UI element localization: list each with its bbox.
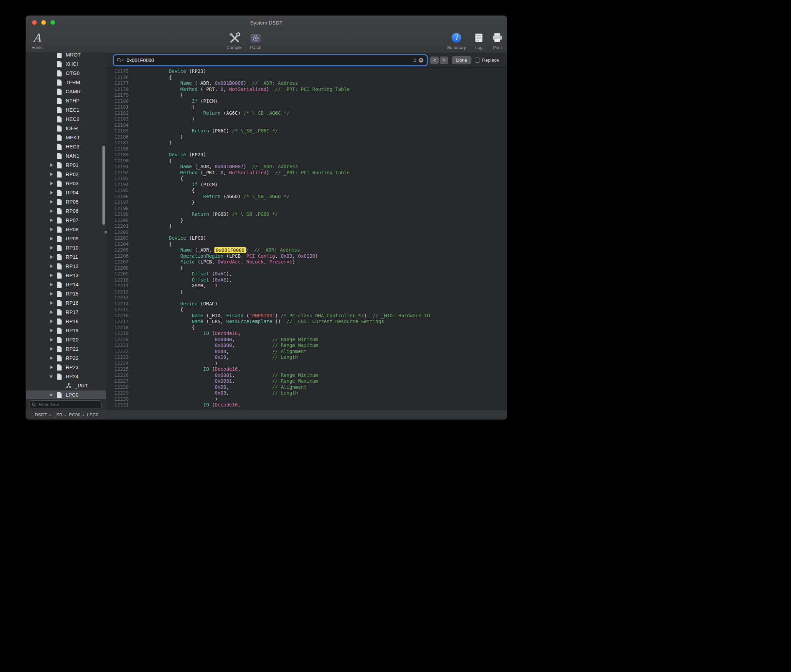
- line-number: 12213: [106, 295, 129, 301]
- chevron-right-icon[interactable]: [50, 283, 53, 286]
- tree-item-HEC2[interactable]: HEC2: [26, 115, 106, 124]
- tree-item-IDER[interactable]: IDER: [26, 124, 106, 133]
- clear-search-icon[interactable]: [418, 58, 424, 63]
- tree-item-label: RP11: [66, 254, 78, 260]
- chevron-down-icon[interactable]: [50, 394, 53, 397]
- tree-item-RP14[interactable]: RP14: [26, 280, 106, 290]
- line-number: 12186: [106, 134, 129, 140]
- tree-item-RP08[interactable]: RP08: [26, 225, 106, 234]
- tree-item-RP17[interactable]: RP17: [26, 308, 106, 317]
- tree-item-RP19[interactable]: RP19: [26, 326, 106, 335]
- tree-item-RP16[interactable]: RP16: [26, 299, 106, 308]
- search-scope-icon[interactable]: [117, 58, 124, 62]
- chevron-right-icon[interactable]: [50, 264, 53, 268]
- tree-item-RP20[interactable]: RP20: [26, 335, 106, 344]
- chevron-right-icon[interactable]: [50, 292, 53, 296]
- chevron-right-icon[interactable]: [50, 200, 53, 203]
- close-button[interactable]: [32, 20, 37, 25]
- print-button[interactable]: Print: [489, 31, 505, 50]
- find-next-button[interactable]: >: [440, 56, 448, 64]
- chevron-right-icon[interactable]: [50, 219, 53, 222]
- chevron-right-icon[interactable]: [50, 274, 53, 277]
- done-button[interactable]: Done: [452, 56, 471, 64]
- tree-item-RP01[interactable]: RP01: [26, 161, 106, 170]
- chevron-right-icon[interactable]: [50, 163, 53, 167]
- tree-item-NAN1[interactable]: NAN1: [26, 152, 106, 161]
- code-line: 12182 Return (AG6C) /* \_SB_.AG6C */: [106, 110, 507, 117]
- chevron-right-icon[interactable]: [50, 357, 53, 360]
- tree-item-RP11[interactable]: RP11: [26, 253, 106, 262]
- chevron-right-icon[interactable]: [50, 182, 53, 185]
- tree-item-MEKT[interactable]: MEKT: [26, 133, 106, 142]
- minimize-button[interactable]: [41, 20, 46, 25]
- tree-item-CAMR[interactable]: CAMR: [26, 87, 106, 96]
- tree-item-RP12[interactable]: RP12: [26, 262, 106, 271]
- fonts-icon: A: [33, 31, 41, 44]
- sidebar-scrollbar[interactable]: [102, 146, 105, 225]
- breadcrumb-item[interactable]: DSDT: [35, 412, 47, 418]
- tree-item-HEC1[interactable]: HEC1: [26, 106, 106, 115]
- code-line-text: {: [134, 176, 183, 182]
- tree-item-RP06[interactable]: RP06: [26, 206, 106, 216]
- tree-item-NTHP[interactable]: NTHP: [26, 96, 106, 106]
- tree-item-RP10[interactable]: RP10: [26, 243, 106, 253]
- tree-item-RP24[interactable]: RP24: [26, 372, 106, 381]
- tree-item-RP13[interactable]: RP13: [26, 271, 106, 280]
- filter-tree-field[interactable]: [29, 400, 102, 409]
- breadcrumb-item[interactable]: LPC0: [87, 412, 98, 418]
- log-button[interactable]: Log: [472, 31, 486, 50]
- tree-item-RP18[interactable]: RP18: [26, 317, 106, 326]
- patch-button[interactable]: Patch: [247, 31, 264, 50]
- chevron-right-icon[interactable]: [50, 237, 53, 240]
- chevron-down-icon[interactable]: [50, 376, 53, 378]
- tree-item-RP21[interactable]: RP21: [26, 344, 106, 354]
- chevron-right-icon[interactable]: [50, 329, 53, 332]
- code-token: [134, 182, 192, 187]
- tree-item-HEC3[interactable]: HEC3: [26, 142, 106, 152]
- zoom-button[interactable]: [50, 20, 55, 25]
- code-token: Offset: [192, 271, 209, 277]
- breadcrumb-item[interactable]: _SB: [54, 412, 62, 418]
- chevron-right-icon[interactable]: [50, 320, 53, 323]
- tree-item-MROT[interactable]: MROT: [26, 53, 106, 59]
- breadcrumb-item[interactable]: PC00: [69, 412, 80, 418]
- tree-item-RP09[interactable]: RP09: [26, 234, 106, 243]
- filter-tree-input[interactable]: [38, 402, 99, 407]
- code-token: [134, 259, 181, 264]
- titlebar[interactable]: System DSDT: [26, 16, 507, 29]
- chevron-right-icon[interactable]: [50, 228, 53, 231]
- search-field[interactable]: 2: [114, 55, 427, 66]
- tree-item-RP02[interactable]: RP02: [26, 170, 106, 179]
- tree-item-RP04[interactable]: RP04: [26, 188, 106, 197]
- tree-item-RP23[interactable]: RP23: [26, 363, 106, 372]
- summary-button[interactable]: i Summary: [447, 31, 466, 50]
- chevron-right-icon[interactable]: [50, 301, 53, 305]
- chevron-right-icon[interactable]: [50, 246, 53, 250]
- compile-button[interactable]: Compile: [225, 31, 244, 50]
- tree-item-_PRT[interactable]: _PRT: [26, 381, 106, 390]
- replace-checkbox[interactable]: [475, 58, 480, 62]
- tree-item-RP05[interactable]: RP05: [26, 197, 106, 206]
- chevron-right-icon[interactable]: [50, 191, 53, 194]
- chevron-right-icon[interactable]: [50, 173, 53, 176]
- chevron-right-icon[interactable]: [50, 338, 53, 341]
- tree-item-LPC0[interactable]: LPC0: [26, 390, 106, 399]
- find-previous-button[interactable]: <: [430, 56, 439, 64]
- chevron-right-icon[interactable]: [50, 310, 53, 314]
- fonts-button[interactable]: A Fonts: [29, 31, 45, 50]
- sidebar-tree[interactable]: MROTXHCIOTG0TERMCAMRNTHPHEC1HEC2IDERMEKT…: [26, 53, 106, 399]
- toolbar: A Fonts Compile: [26, 29, 507, 53]
- tree-item-OTG0[interactable]: OTG0: [26, 69, 106, 78]
- tree-item-RP15[interactable]: RP15: [26, 290, 106, 299]
- chevron-right-icon[interactable]: [50, 366, 53, 369]
- code-editor[interactable]: 12175 Device (RP23)12176 {12177 Name (_A…: [106, 67, 507, 410]
- tree-item-XHCI[interactable]: XHCI: [26, 59, 106, 69]
- tree-item-TERM[interactable]: TERM: [26, 78, 106, 87]
- chevron-right-icon[interactable]: [50, 347, 53, 350]
- tree-item-RP07[interactable]: RP07: [26, 216, 106, 225]
- tree-item-RP22[interactable]: RP22: [26, 354, 106, 363]
- chevron-right-icon[interactable]: [50, 255, 53, 259]
- search-input[interactable]: [126, 58, 411, 63]
- chevron-right-icon[interactable]: [50, 210, 53, 213]
- tree-item-RP03[interactable]: RP03: [26, 179, 106, 188]
